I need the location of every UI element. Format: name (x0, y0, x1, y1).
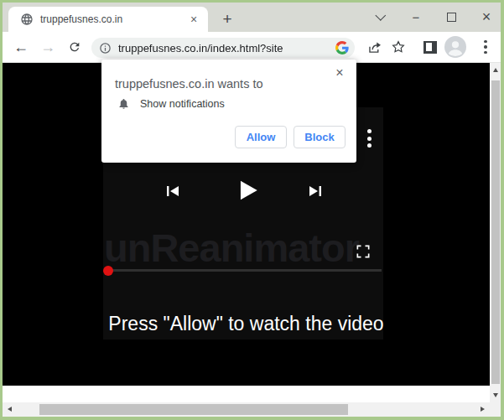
forward-button[interactable]: → (36, 35, 60, 59)
vertical-scroll-thumb[interactable] (491, 80, 500, 384)
video-watermark: unReanimator (104, 225, 384, 271)
minimize-button[interactable]: − (408, 9, 423, 24)
dialog-close-icon[interactable]: × (331, 65, 348, 81)
scroll-down-icon[interactable] (493, 393, 498, 397)
vertical-scrollbar[interactable] (490, 63, 501, 402)
dialog-origin-text: truppefusnes.co.in wants to (115, 77, 263, 91)
tab-strip: truppefusnes.co.in × + − × (3, 3, 501, 32)
bell-icon (117, 97, 130, 110)
progress-bar[interactable] (107, 269, 382, 272)
previous-icon (162, 181, 182, 201)
profile-avatar[interactable] (444, 36, 466, 58)
reload-button[interactable] (63, 35, 86, 59)
tab-close-icon[interactable]: × (186, 12, 201, 27)
share-button[interactable] (363, 36, 385, 58)
address-bar[interactable]: truppefusnes.co.in/index.html?site (91, 38, 355, 58)
back-button[interactable]: ← (9, 35, 33, 59)
star-icon (391, 39, 406, 54)
horizontal-scroll-thumb[interactable] (39, 404, 348, 415)
fullscreen-icon (355, 243, 372, 260)
previous-track-button[interactable] (162, 181, 182, 201)
scroll-right-icon[interactable] (481, 407, 485, 412)
play-button[interactable] (232, 176, 261, 205)
globe-favicon-icon (20, 13, 34, 26)
bookmark-button[interactable] (387, 36, 409, 58)
window-controls: − × (373, 6, 494, 28)
page-bottom-strip (3, 386, 490, 402)
kebab-menu-icon (484, 40, 486, 54)
fullscreen-button[interactable] (355, 243, 372, 260)
scroll-left-icon[interactable] (8, 407, 12, 412)
notification-permission-dialog: × truppefusnes.co.in wants to Show notif… (101, 60, 356, 163)
avatar-icon (444, 36, 466, 58)
play-icon (232, 176, 261, 205)
share-icon (366, 39, 382, 55)
maximize-button[interactable] (444, 9, 459, 24)
url-text: truppefusnes.co.in/index.html?site (118, 42, 335, 54)
maximize-icon (447, 13, 456, 22)
allow-message: Press "Allow" to watch the video (3, 313, 490, 335)
reload-icon (68, 40, 81, 54)
site-info-icon[interactable] (99, 42, 112, 54)
scrollbar-corner (490, 402, 501, 417)
new-tab-button[interactable]: + (217, 9, 237, 29)
next-track-button[interactable] (306, 181, 326, 201)
browser-menu-button[interactable] (475, 36, 496, 58)
side-panel-icon (423, 41, 437, 54)
block-button[interactable]: Block (294, 126, 346, 148)
horizontal-scrollbar[interactable] (3, 402, 490, 417)
permission-text: Show notifications (140, 98, 225, 110)
google-g-icon[interactable] (335, 41, 349, 54)
close-window-button[interactable]: × (479, 9, 494, 24)
browser-toolbar: ← → truppefusnes.co.in/index.html?site (3, 32, 501, 63)
player-menu-button[interactable] (364, 126, 375, 151)
next-icon (306, 181, 326, 201)
tab-title: truppefusnes.co.in (40, 13, 186, 25)
progress-handle[interactable] (103, 266, 113, 276)
chevron-down-icon (375, 10, 386, 21)
window-menu-button[interactable] (373, 9, 388, 24)
allow-button[interactable]: Allow (235, 126, 287, 148)
browser-tab[interactable]: truppefusnes.co.in × (8, 7, 208, 32)
side-panel-button[interactable] (419, 36, 441, 58)
browser-window: truppefusnes.co.in × + − × ← → truppefus… (0, 0, 504, 420)
scroll-up-icon[interactable] (493, 68, 498, 72)
